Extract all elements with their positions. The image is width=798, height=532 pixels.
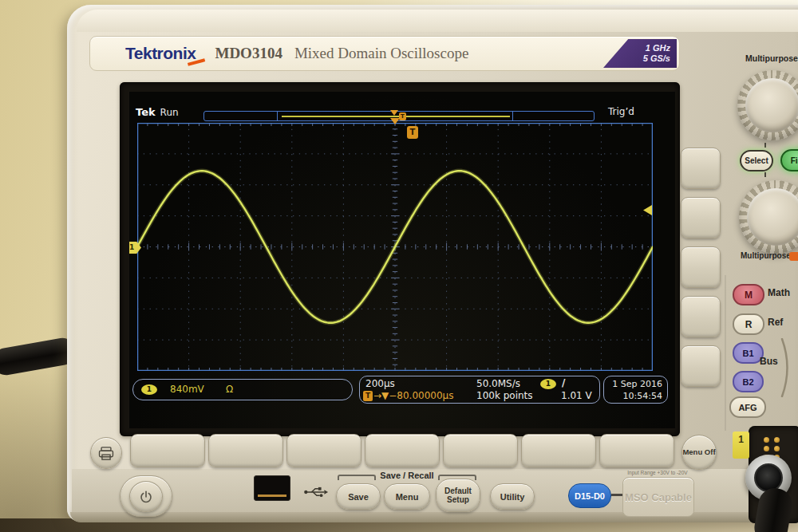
- side-softkey-5[interactable]: [681, 345, 721, 387]
- bottom-softkey-4[interactable]: [365, 434, 440, 467]
- side-softkey-1[interactable]: [681, 148, 721, 189]
- record-waveform-line: [282, 116, 510, 117]
- knob-tick-lower: [764, 172, 766, 177]
- math-label: Math: [768, 287, 790, 298]
- model-description: Mixed Domain Oscilloscope: [294, 45, 468, 62]
- utility-button[interactable]: Utility: [490, 483, 535, 510]
- graticule: [137, 123, 653, 371]
- trigger-level: 1.01 V: [561, 390, 592, 401]
- trigger-flag-bar: T: [399, 112, 406, 120]
- ref-button[interactable]: R: [733, 313, 764, 335]
- record-divider-right: [512, 112, 513, 120]
- b2-button[interactable]: B2: [733, 371, 764, 392]
- power-icon: [139, 490, 153, 504]
- multipurpose-b-label: Multipurpose: [741, 251, 791, 260]
- model-number: MDO3104: [215, 45, 282, 62]
- channel1-coupling-icon: Ω: [226, 384, 233, 395]
- trigger-flag-readout: T: [363, 391, 373, 401]
- bottom-softkey-7[interactable]: [599, 434, 674, 467]
- record-length: 100k points: [476, 390, 533, 401]
- power-button[interactable]: [129, 481, 163, 512]
- brand-text: Tektronix: [125, 44, 196, 62]
- trigger-slope-icon: /: [562, 377, 565, 388]
- bus-label: Bus: [760, 356, 778, 367]
- side-softkey-3[interactable]: [681, 246, 721, 288]
- menu-off-button[interactable]: Menu Off: [681, 435, 717, 470]
- horizontal-trigger-readout-box: 200µs 50.0MS/s 1 / T →▼−80.00000µs 100k …: [359, 376, 600, 404]
- select-button[interactable]: Select: [740, 150, 773, 171]
- channel1-readout-box: 1 840mV Ω: [132, 379, 353, 400]
- mso-capable-panel: MSO Capable: [622, 477, 694, 517]
- knob-tick-upper: [764, 143, 766, 148]
- usb-port[interactable]: [254, 475, 290, 501]
- trigger-status: Trig’d: [608, 106, 634, 117]
- bottom-softkey-1[interactable]: [130, 434, 205, 467]
- photo-scene: Tektronix MDO3104 Mixed Domain Oscillosc…: [0, 0, 798, 532]
- acquisition-overview-bar: T: [203, 111, 595, 121]
- channel1-badge: 1: [141, 384, 157, 395]
- bottom-softkey-3[interactable]: [286, 434, 361, 467]
- sample-rate: 50.0MS/s: [476, 378, 520, 389]
- printer-icon: [97, 446, 115, 461]
- tek-screen-logo: Tek: [136, 106, 156, 118]
- input-range-label: Input Range +30V to -20V: [616, 470, 699, 475]
- samplerate-spec: 5 GS/s: [643, 53, 670, 64]
- trigger-delay: →▼−80.00000µs: [373, 390, 453, 401]
- trigger-source-badge: 1: [540, 379, 556, 389]
- default-setup-button[interactable]: Default Setup: [436, 479, 480, 512]
- spec-wedge: 1 GHz 5 GS/s: [603, 39, 677, 68]
- side-softkey-4[interactable]: [681, 296, 721, 337]
- bottom-softkey-2[interactable]: [208, 434, 283, 467]
- save-recall-text: Save / Recall: [380, 471, 433, 480]
- chassis-top-highlight: [77, 10, 798, 32]
- side-softkey-2[interactable]: [681, 197, 721, 238]
- bottom-softkey-5[interactable]: [443, 434, 518, 467]
- save-button[interactable]: Save: [336, 483, 381, 510]
- afg-button[interactable]: AFG: [729, 396, 766, 418]
- print-button[interactable]: [90, 437, 122, 469]
- datetime-box: 1 Sep 2016 10:54:54: [603, 376, 668, 404]
- run-status: Run: [160, 107, 179, 118]
- lcd-screen: TekRun T Trig’d T 1 1 840mV Ω 200µs 50.0…: [129, 92, 675, 428]
- mso-capable-text: MSO Capable: [625, 491, 692, 503]
- bnc-cable-plug: [754, 463, 783, 492]
- bandwidth-spec: 1 GHz: [646, 43, 670, 53]
- date: 1 Sep 2016: [604, 378, 662, 390]
- fine-button[interactable]: Fine: [780, 149, 798, 171]
- trigger-flag-icon: T: [407, 126, 418, 139]
- tektronix-logo: Tektronix: [125, 44, 196, 63]
- record-divider-left: [277, 112, 278, 120]
- usb-icon: [303, 485, 329, 499]
- d15-d0-button[interactable]: D15-D0: [568, 483, 611, 508]
- menu-button[interactable]: Menu: [384, 483, 430, 510]
- math-button[interactable]: M: [733, 284, 764, 305]
- time: 10:54:54: [604, 390, 662, 402]
- multipurpose-b-badge: [789, 252, 798, 261]
- bus-bracket-icon: [780, 338, 793, 397]
- trigger-position-marker-bar: [390, 110, 398, 116]
- channel1-panel-tag: 1: [733, 432, 749, 459]
- panel-seam: [725, 275, 726, 431]
- channel1-scale: 840mV: [170, 384, 204, 395]
- acquisition-status: TekRun: [136, 106, 179, 118]
- bottom-softkey-6[interactable]: [521, 434, 596, 467]
- ref-label: Ref: [768, 317, 783, 328]
- model-banner: Tektronix MDO3104 Mixed Domain Oscillosc…: [89, 36, 680, 71]
- multipurpose-a-label: Multipurpose: [745, 53, 798, 63]
- time-per-div: 200µs: [365, 378, 395, 389]
